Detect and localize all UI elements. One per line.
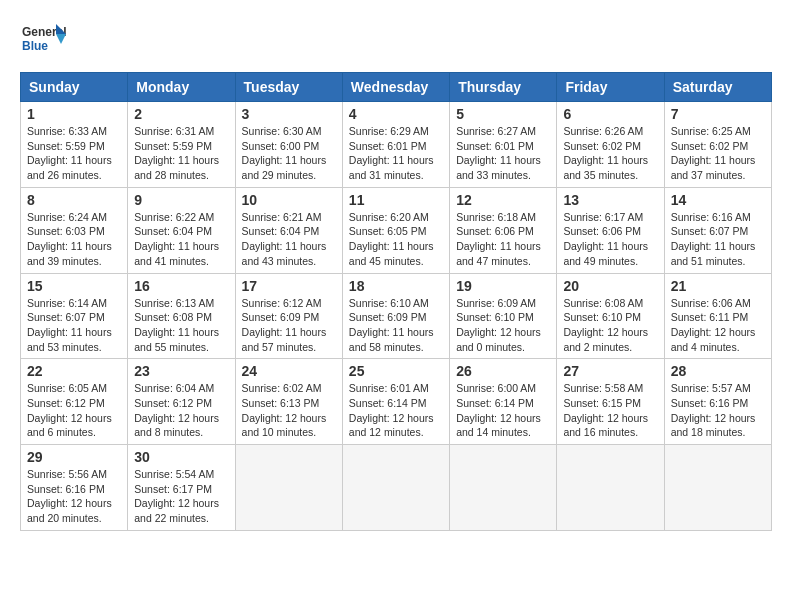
page-header: General Blue: [20, 20, 772, 62]
calendar-day-22: 22Sunrise: 6:05 AMSunset: 6:12 PMDayligh…: [21, 359, 128, 445]
weekday-header-wednesday: Wednesday: [342, 73, 449, 102]
logo-svg: General Blue: [20, 20, 70, 62]
calendar-day-1: 1Sunrise: 6:33 AMSunset: 5:59 PMDaylight…: [21, 102, 128, 188]
calendar-day-7: 7Sunrise: 6:25 AMSunset: 6:02 PMDaylight…: [664, 102, 771, 188]
calendar-week-2: 8Sunrise: 6:24 AMSunset: 6:03 PMDaylight…: [21, 187, 772, 273]
weekday-header-monday: Monday: [128, 73, 235, 102]
calendar-day-20: 20Sunrise: 6:08 AMSunset: 6:10 PMDayligh…: [557, 273, 664, 359]
calendar-day-17: 17Sunrise: 6:12 AMSunset: 6:09 PMDayligh…: [235, 273, 342, 359]
calendar-empty: [342, 445, 449, 531]
calendar-day-16: 16Sunrise: 6:13 AMSunset: 6:08 PMDayligh…: [128, 273, 235, 359]
calendar-day-10: 10Sunrise: 6:21 AMSunset: 6:04 PMDayligh…: [235, 187, 342, 273]
calendar-day-15: 15Sunrise: 6:14 AMSunset: 6:07 PMDayligh…: [21, 273, 128, 359]
weekday-header-sunday: Sunday: [21, 73, 128, 102]
calendar-day-13: 13Sunrise: 6:17 AMSunset: 6:06 PMDayligh…: [557, 187, 664, 273]
calendar-day-3: 3Sunrise: 6:30 AMSunset: 6:00 PMDaylight…: [235, 102, 342, 188]
calendar-day-25: 25Sunrise: 6:01 AMSunset: 6:14 PMDayligh…: [342, 359, 449, 445]
calendar-day-14: 14Sunrise: 6:16 AMSunset: 6:07 PMDayligh…: [664, 187, 771, 273]
calendar-day-28: 28Sunrise: 5:57 AMSunset: 6:16 PMDayligh…: [664, 359, 771, 445]
calendar-day-12: 12Sunrise: 6:18 AMSunset: 6:06 PMDayligh…: [450, 187, 557, 273]
calendar-day-18: 18Sunrise: 6:10 AMSunset: 6:09 PMDayligh…: [342, 273, 449, 359]
calendar-empty: [450, 445, 557, 531]
calendar-day-21: 21Sunrise: 6:06 AMSunset: 6:11 PMDayligh…: [664, 273, 771, 359]
calendar-day-29: 29Sunrise: 5:56 AMSunset: 6:16 PMDayligh…: [21, 445, 128, 531]
calendar-day-23: 23Sunrise: 6:04 AMSunset: 6:12 PMDayligh…: [128, 359, 235, 445]
calendar-week-5: 29Sunrise: 5:56 AMSunset: 6:16 PMDayligh…: [21, 445, 772, 531]
calendar-empty: [235, 445, 342, 531]
calendar-day-24: 24Sunrise: 6:02 AMSunset: 6:13 PMDayligh…: [235, 359, 342, 445]
calendar-table: SundayMondayTuesdayWednesdayThursdayFrid…: [20, 72, 772, 531]
svg-marker-3: [56, 34, 66, 44]
calendar-day-6: 6Sunrise: 6:26 AMSunset: 6:02 PMDaylight…: [557, 102, 664, 188]
logo: General Blue: [20, 20, 70, 62]
calendar-empty: [557, 445, 664, 531]
weekday-header-tuesday: Tuesday: [235, 73, 342, 102]
calendar-week-1: 1Sunrise: 6:33 AMSunset: 5:59 PMDaylight…: [21, 102, 772, 188]
calendar-week-4: 22Sunrise: 6:05 AMSunset: 6:12 PMDayligh…: [21, 359, 772, 445]
calendar-day-27: 27Sunrise: 5:58 AMSunset: 6:15 PMDayligh…: [557, 359, 664, 445]
svg-text:Blue: Blue: [22, 39, 48, 53]
calendar-day-26: 26Sunrise: 6:00 AMSunset: 6:14 PMDayligh…: [450, 359, 557, 445]
weekday-header-friday: Friday: [557, 73, 664, 102]
weekday-header-thursday: Thursday: [450, 73, 557, 102]
calendar-day-11: 11Sunrise: 6:20 AMSunset: 6:05 PMDayligh…: [342, 187, 449, 273]
calendar-day-9: 9Sunrise: 6:22 AMSunset: 6:04 PMDaylight…: [128, 187, 235, 273]
calendar-week-3: 15Sunrise: 6:14 AMSunset: 6:07 PMDayligh…: [21, 273, 772, 359]
calendar-header-row: SundayMondayTuesdayWednesdayThursdayFrid…: [21, 73, 772, 102]
calendar-day-4: 4Sunrise: 6:29 AMSunset: 6:01 PMDaylight…: [342, 102, 449, 188]
calendar-day-19: 19Sunrise: 6:09 AMSunset: 6:10 PMDayligh…: [450, 273, 557, 359]
calendar-day-30: 30Sunrise: 5:54 AMSunset: 6:17 PMDayligh…: [128, 445, 235, 531]
calendar-day-2: 2Sunrise: 6:31 AMSunset: 5:59 PMDaylight…: [128, 102, 235, 188]
calendar-day-5: 5Sunrise: 6:27 AMSunset: 6:01 PMDaylight…: [450, 102, 557, 188]
calendar-day-8: 8Sunrise: 6:24 AMSunset: 6:03 PMDaylight…: [21, 187, 128, 273]
calendar-empty: [664, 445, 771, 531]
weekday-header-saturday: Saturday: [664, 73, 771, 102]
